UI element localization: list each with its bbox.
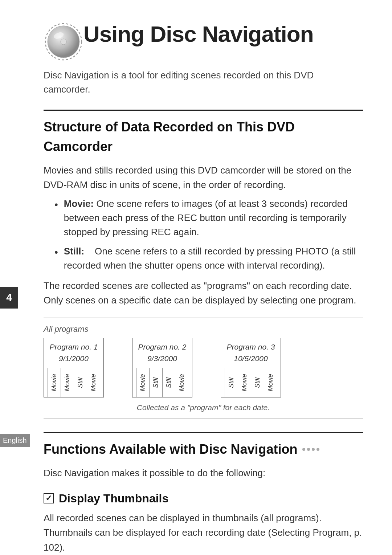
bullet-movie-label: Movie: <box>64 198 94 209</box>
thumbnails-text: All recorded scenes can be displayed in … <box>44 511 363 555</box>
program-2-scenes: Movie Still Still Movie <box>136 368 188 397</box>
program-1: Program no. 1 9/1/2000 Movie Movie Still… <box>44 338 104 397</box>
bullet-movie: Movie: One scene refers to images (of at… <box>54 197 363 239</box>
scene-cell: Movie <box>48 368 61 397</box>
bullet-still-text: One scene refers to a still recorded by … <box>64 246 356 271</box>
scene-cell: Still <box>251 368 264 397</box>
all-programs-label: All programs <box>44 323 363 335</box>
page-title: Using Disc Navigation <box>83 22 314 46</box>
chapter-number: 4 <box>6 290 12 305</box>
disc-icon <box>44 22 83 62</box>
bullet-movie-text: One scene refers to images (of at least … <box>64 198 348 237</box>
program-2: Program no. 2 9/3/2000 Movie Still Still… <box>132 338 192 397</box>
page-subtitle: Disc Navigation is a tool for editing sc… <box>44 68 363 97</box>
program-3: Program no. 3 10/5/2000 Still Movie Stil… <box>221 338 281 397</box>
dot3 <box>312 448 315 451</box>
program-3-scenes: Still Movie Still Movie <box>225 368 277 397</box>
program-1-label: Program no. 1 9/1/2000 <box>49 341 98 364</box>
scene-cell: Movie <box>87 368 100 397</box>
language-label: English <box>0 434 30 447</box>
program-2-label: Program no. 2 9/3/2000 <box>138 341 186 364</box>
section1-heading: Structure of Data Recorded on This DVD C… <box>44 110 363 156</box>
scene-cell: Movie <box>136 368 149 397</box>
scene-cell: Still <box>162 368 175 397</box>
programs-row: Program no. 1 9/1/2000 Movie Movie Still… <box>44 338 363 397</box>
section2-intro: Disc Navigation makes it possible to do … <box>44 466 363 480</box>
scene-cell: Still <box>225 368 238 397</box>
section2-heading: Functions Available with Disc Navigation <box>44 432 363 459</box>
chapter-tab: 4 <box>0 287 18 309</box>
scene-cell: Movie <box>61 368 74 397</box>
checkbox-thumbnails <box>44 493 54 503</box>
scene-cell: Movie <box>175 368 188 397</box>
dot2 <box>307 448 310 451</box>
program-3-label: Program no. 3 10/5/2000 <box>226 341 275 364</box>
subsection-thumbnails-heading: Display Thumbnails <box>44 490 363 507</box>
section1-closing: The recorded scenes are collected as "pr… <box>44 278 363 308</box>
section1-bullets: Movie: One scene refers to images (of at… <box>54 197 363 273</box>
dot1 <box>302 448 305 451</box>
diagram: All programs Program no. 1 9/1/2000 Movi… <box>44 318 363 419</box>
program-1-scenes: Movie Movie Still Movie <box>48 368 100 397</box>
scene-cell: Still <box>149 368 162 397</box>
bullet-still-label: Still: <box>64 246 84 257</box>
svg-point-2 <box>61 39 66 45</box>
dot4 <box>317 448 319 451</box>
section1-intro: Movies and stills recorded using this DV… <box>44 163 363 192</box>
scene-cell: Movie <box>264 368 277 397</box>
dots-decoration <box>302 448 319 451</box>
bullet-still: Still: One scene refers to a still recor… <box>54 244 363 273</box>
diagram-caption: Collected as a "program" for each date. <box>44 402 363 413</box>
scene-cell: Still <box>74 368 87 397</box>
scene-cell: Movie <box>238 368 251 397</box>
page-header: Using Disc Navigation <box>44 22 363 62</box>
